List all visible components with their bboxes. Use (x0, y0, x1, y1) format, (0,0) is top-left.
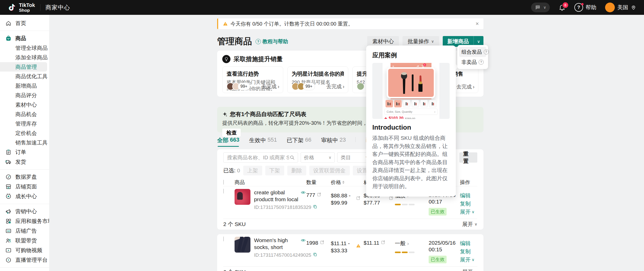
tip-card-star-program[interactable]: 为明星计划提名你的商品，将其... 290 款商品可提名 99+ 去完成› (287, 66, 348, 93)
sidebar-item-pricing-opportunities[interactable]: 定价机会 (0, 128, 49, 138)
expand-link[interactable]: 展开∨ (460, 256, 477, 263)
sidebar-item-products[interactable]: 商品 (0, 33, 49, 43)
price-filter-select[interactable]: 价格∨ (301, 152, 335, 163)
go-complete-link[interactable]: 去完成› (261, 83, 279, 90)
notifications-button[interactable]: 8 (558, 4, 566, 11)
sidebar-item-marketing[interactable]: 营销中心 (0, 207, 49, 216)
price-cell: $88.88 - $99.99 (331, 189, 364, 207)
price-row: ✚ $103.20 $255.00 (384, 116, 438, 119)
actions-cell: 编辑 复制 展开∨ (460, 189, 477, 216)
close-icon[interactable]: × (476, 20, 479, 27)
bulk-delete-button[interactable]: 删除 (287, 166, 306, 175)
menu-item-bundle-listing[interactable]: 组合发品 ? (459, 47, 486, 57)
tab-all[interactable]: 全部663 (217, 137, 239, 147)
product-image[interactable] (235, 189, 250, 205)
sort-icon[interactable] (342, 181, 344, 184)
sidebar-item-product-optimizer[interactable]: 商品优化工具 (0, 72, 49, 81)
tiktok-shop-logo[interactable]: TikTok Shop (8, 3, 35, 13)
use-case-title: 应用案例 (372, 51, 450, 59)
sidebar-item-app-market[interactable]: 应用和服务市场 (0, 216, 49, 226)
go-complete-link[interactable]: 去完成› (456, 83, 474, 90)
tab-divider (355, 137, 356, 142)
affiliate-icon (5, 237, 12, 244)
select-all-checkbox[interactable] (223, 180, 224, 185)
sidebar-item-product-opportunities[interactable]: 商品机会 (0, 109, 49, 119)
sidebar-item-live-management[interactable]: 直播管理平台 (0, 255, 49, 265)
bulk-affiliate-commission-button[interactable]: 设置联盟佣金 (309, 166, 350, 175)
tab-in-review[interactable]: 审核中23 (321, 137, 346, 147)
asset-center-button[interactable]: 素材中心 (367, 36, 399, 47)
edit-link[interactable]: 编辑 (460, 192, 477, 199)
sidebar-item-growth-center[interactable]: 成长中心 (0, 191, 49, 201)
preview-eye-icon[interactable] (301, 190, 306, 196)
sidebar-item-shop-ads[interactable]: AD 店铺广告 (0, 226, 49, 236)
help-button[interactable]: ? 帮助 (574, 3, 596, 12)
preview-eye-icon[interactable] (301, 238, 306, 244)
sidebar-item-add-global-products[interactable]: 添加全球商品 (0, 53, 49, 62)
row-checkbox[interactable] (223, 189, 224, 194)
tip-card-trends[interactable]: 查看流行趋势 将本周的热门关键词和商品添加到你的店铺。 99+ 去完成› (222, 66, 283, 93)
messages-button[interactable]: ∨ (531, 3, 550, 12)
search-icon[interactable] (290, 155, 295, 160)
sidebar-item-affiliate[interactable]: 联盟带货 (0, 236, 49, 245)
sidebar-item-shipping[interactable]: 发货 (0, 157, 49, 167)
chevron-down-icon: ∨ (431, 39, 434, 44)
sidebar-item-product-management[interactable]: 商品管理 (0, 62, 47, 72)
edit-icon[interactable] (381, 240, 386, 246)
menu-item-non-sale-item[interactable]: 非卖品 ? (459, 57, 486, 67)
sidebar-item-shoppable-video[interactable]: 可购物视频 (0, 245, 49, 255)
batch-operations-button[interactable]: 批量操作 ∨ (403, 36, 439, 47)
updated-cell: 2025/05/16 00:15 已生效 (429, 237, 460, 263)
sidebar-item-home[interactable]: 首页 (0, 18, 49, 28)
sidebar-item-sales-accelerator[interactable]: 销售加速工具 (0, 138, 49, 147)
product-title[interactable]: create global productt from local excel … (254, 189, 299, 203)
alert-text: 今天你有 0/50 个订单。计数将于次日 00:00:00 重置。 (230, 20, 353, 27)
edit-icon[interactable] (389, 196, 394, 202)
tutorial-help-link[interactable]: ? 教程与帮助 (256, 38, 288, 45)
sidebar-item-analytics[interactable]: 数据罗盘 (0, 172, 49, 182)
sidebar-item-manage-global-products[interactable]: 管理全球商品 (0, 43, 49, 53)
expand-link[interactable]: 展开∨ (460, 208, 477, 216)
copy-icon[interactable] (313, 252, 317, 258)
question-circle-icon[interactable]: ? (484, 49, 489, 54)
sidebar-item-orders[interactable]: 订单 (0, 147, 49, 157)
quality-link[interactable]: 一般› (395, 240, 409, 247)
copy-icon[interactable] (313, 205, 317, 210)
edit-icon[interactable] (320, 240, 325, 246)
variant-selector: Color, Size, Quantity › (384, 109, 438, 115)
thumbnail (429, 100, 437, 107)
tab-live[interactable]: 生效中551 (249, 137, 277, 147)
region-label: 美国 (617, 4, 628, 11)
sku-count: 2 个 SKU (223, 221, 246, 228)
svg-text:AD: AD (7, 230, 10, 232)
tab-deactivated[interactable]: 已下架66 (287, 137, 311, 147)
edit-icon[interactable] (356, 196, 361, 202)
edit-link[interactable]: 编辑 (460, 240, 477, 247)
thumbnail-strip (386, 100, 437, 107)
go-complete-link[interactable]: 去完成› (326, 83, 344, 90)
copy-link[interactable]: 复制 (460, 200, 477, 207)
row-checkbox[interactable] (223, 236, 224, 241)
product-title[interactable]: Women's high socks, short socks, warm in… (254, 237, 299, 251)
reset-button[interactable]: 重置 (459, 152, 477, 163)
sku-expand-toggle[interactable]: 展开∨ (462, 268, 477, 271)
edit-icon[interactable] (317, 192, 322, 198)
sidebar-item-storefront[interactable]: 店铺页面 (0, 182, 49, 191)
copy-link[interactable]: 复制 (460, 248, 477, 255)
sidebar-item-manage-inventory[interactable]: 管理库存 (0, 119, 49, 128)
bulk-activate-button[interactable]: 上架 (243, 166, 262, 175)
chevron-down-icon: ∨ (474, 270, 477, 271)
bulk-deactivate-button[interactable]: 下架 (265, 166, 284, 175)
sidebar-item-product-rating[interactable]: 商品评分 (0, 91, 49, 100)
sidebar-item-add-product[interactable]: 新增商品 (0, 81, 49, 91)
question-circle-icon[interactable]: ? (479, 60, 484, 65)
sidebar-item-asset-center[interactable]: 素材中心 (0, 100, 49, 109)
product-image[interactable] (235, 237, 250, 253)
sku-expand-toggle[interactable]: 展开∨ (462, 221, 477, 228)
search-input[interactable] (227, 154, 290, 161)
check-button[interactable]: 检查 (222, 129, 241, 137)
price-warning-icon[interactable] (356, 243, 361, 248)
account-region-button[interactable]: 美国 (605, 3, 636, 12)
sidebar-divider (0, 204, 49, 204)
search-box (223, 152, 298, 163)
